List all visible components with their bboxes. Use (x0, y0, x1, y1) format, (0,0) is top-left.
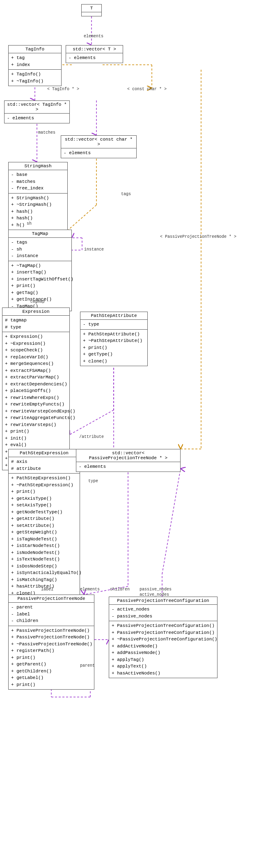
svg-line-26 (162, 469, 181, 574)
label-passive-proj: < PassiveProjectionTreeNode * > (160, 235, 236, 239)
box-StringHash-title: StringHash (9, 162, 67, 170)
box-PassiveProjectionTreeConfiguration: PassiveProjectionTreeConfiguration - act… (109, 597, 218, 678)
box-PassiveProjectionTreeNode: PassiveProjectionTreeNode - parent - lab… (8, 595, 94, 690)
box-stdvectorTagInfoPtr: std::vector< TagInfo * > - elements (4, 100, 70, 123)
label-matches: matches (38, 130, 55, 135)
box-PathStepExpression-methods: + PathStepExpression() + ~PathStepExpres… (9, 474, 80, 605)
label-label-edge: label (41, 587, 53, 592)
box-stdvectorConstCharPtr-title: std::vector< const char * > (61, 136, 136, 148)
box-PassiveProjectionTreeConfiguration-attrs: - active_nodes - passive_nodes (109, 605, 217, 621)
label-elements-top: elements (84, 34, 103, 39)
box-stdvectorT-title: std::vector< T > (66, 46, 123, 53)
box-stdvectorPassiveProjTreeNodePtr-section0: - elements (76, 462, 180, 472)
box-PathStepAttribute-attrs: - type (80, 320, 147, 330)
box-Expression: Expression # tagmap # type + Expression(… (2, 308, 70, 470)
box-stdvectorT-section0: - elements (66, 53, 123, 63)
box-stdvectorConstCharPtr: std::vector< const char * > - elements (61, 135, 137, 158)
box-PathStepAttribute-title: PathStepAttribute (80, 312, 147, 320)
box-stdvectorTagInfoPtr-title: std::vector< TagInfo * > (5, 101, 69, 114)
label-parent-edge: parent (80, 663, 95, 668)
box-TagInfo-title: TagInfo (9, 46, 61, 53)
label-sh: sh (27, 221, 32, 226)
label-const-char-ptr: < const char * > (127, 87, 167, 91)
box-PassiveProjectionTreeConfiguration-title: PassiveProjectionTreeConfiguration (109, 597, 217, 605)
label-passive-nodes-edge: passive_nodes (140, 587, 172, 592)
box-Expression-attrs: # tagmap # type (2, 316, 69, 332)
label-tagmap: tagmap (30, 299, 45, 304)
label-instance: instance (84, 247, 104, 252)
label-elements-edge: elements (80, 587, 100, 592)
box-T-title: T (82, 5, 101, 12)
box-PassiveProjectionTreeNode-methods: + PassiveProjectionTreeNode() + PassiveP… (9, 626, 94, 690)
box-PathStepExpression-attrs: # axis # attribute (9, 457, 80, 474)
box-PassiveProjectionTreeNode-title: PassiveProjectionTreeNode (9, 595, 94, 603)
box-PathStepExpression-title: PathStepExpression (9, 449, 80, 457)
box-T: T (81, 4, 102, 16)
box-stdvectorConstCharPtr-section0: - elements (61, 148, 136, 158)
box-stdvectorT: std::vector< T > - elements (66, 45, 123, 63)
box-PassiveProjectionTreeNode-attrs: - parent - label - children (9, 603, 94, 626)
label-children-edge: children (110, 587, 130, 592)
box-TagMap-title: TagMap (9, 230, 71, 238)
box-Expression-title: Expression (2, 308, 69, 316)
svg-line-16 (70, 410, 114, 435)
box-TagMap-attrs: - tags - sh - instance (9, 238, 71, 261)
box-StringHash-attrs: - base - matches - free_index (9, 170, 67, 194)
label-tags: tags (121, 192, 131, 196)
box-PassiveProjectionTreeConfiguration-methods: + PassiveProjectionTreeConfiguration() +… (109, 621, 217, 678)
box-TagInfo-methods: + TagInfo() + ~TagInfo() (9, 70, 61, 86)
box-StringHash: StringHash - base - matches - free_index… (8, 162, 68, 237)
box-stdvectorTagInfoPtr-section0: - elements (5, 114, 69, 123)
box-stdvectorPassiveProjTreeNodePtr: std::vector< PassiveProjectionTreeNode *… (76, 449, 181, 472)
box-PathStepExpression: PathStepExpression # axis # attribute + … (8, 449, 80, 605)
box-TagInfo-attrs: + tag + index (9, 53, 61, 70)
box-PathStepAttribute-methods: + PathStepAttribute() + ~PathStepAttribu… (80, 330, 147, 366)
box-stdvectorPassiveProjTreeNodePtr-title: std::vector< PassiveProjectionTreeNode *… (76, 449, 180, 462)
label-taginfo-ptr: < TagInfo * > (47, 87, 79, 91)
box-TagInfo: TagInfo + tag + index + TagInfo() + ~Tag… (8, 45, 62, 86)
diagram-container: T std::vector< T > - elements elements T… (0, 0, 261, 868)
label-attribute: /attribute (79, 435, 104, 439)
label-type: type (88, 479, 98, 483)
box-PathStepAttribute: PathStepAttribute - type + PathStepAttri… (80, 312, 148, 366)
